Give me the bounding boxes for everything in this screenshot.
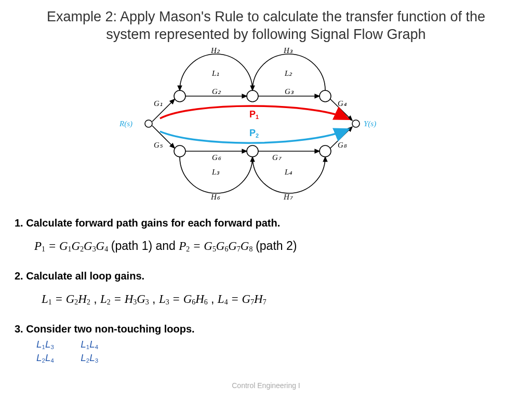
step-3-heading: 3. Consider two non-touching loops.: [15, 323, 517, 335]
lbl-h2: H₂: [210, 46, 220, 55]
input-label: R(s): [119, 119, 132, 128]
lbl-l1: L₁: [211, 69, 219, 77]
path-p2-label: P2: [249, 128, 259, 139]
step-1-heading: 1. Calculate forward path gains for each…: [15, 217, 517, 229]
nontouching-row2: L2L4 L2L3: [36, 352, 122, 364]
lbl-l4: L₄: [284, 168, 292, 176]
lbl-h3: H₃: [283, 46, 293, 55]
lbl-l3: L₃: [211, 168, 220, 176]
svg-point-1: [352, 120, 360, 127]
svg-text:G₄: G₄: [338, 99, 347, 108]
svg-text:G₁: G₁: [154, 99, 163, 108]
step-2-heading: 2. Calculate all loop gains.: [15, 270, 517, 282]
svg-point-5: [174, 145, 185, 157]
svg-point-2: [174, 90, 185, 102]
svg-text:G₂: G₂: [212, 87, 221, 96]
svg-point-6: [247, 145, 258, 157]
step-1-equation: P1 = G1G2G3G4 (path 1) and P2 = G5G6G7G8…: [31, 238, 300, 255]
slide-footer: Control Engineering I: [0, 381, 532, 390]
svg-text:G₆: G₆: [212, 153, 221, 162]
svg-text:G₈: G₈: [338, 141, 347, 149]
svg-point-3: [247, 90, 258, 102]
lbl-h7: H₇: [283, 193, 293, 201]
svg-point-7: [320, 145, 331, 157]
step-2-equation: L1 = G2H2 , L2 = H3G3 , L3 = G6H6 , L4 =…: [42, 292, 267, 307]
slide-title: Example 2: Apply Mason's Rule to calcula…: [0, 8, 532, 44]
nontouching-row1: L1L3 L1L4: [36, 339, 122, 350]
svg-point-0: [145, 120, 152, 127]
path-p1-label: P1: [249, 109, 259, 120]
lbl-l2: L₂: [284, 69, 292, 77]
output-label: Y(s): [364, 119, 376, 128]
svg-text:G₅: G₅: [154, 141, 163, 149]
svg-point-4: [320, 90, 331, 102]
svg-text:G₃: G₃: [285, 87, 294, 96]
svg-text:G₇: G₇: [272, 153, 282, 162]
signal-flow-graph: H₂ H₃ H₆ H₇ L₁ L₂ L₃ L₄ G₁G₂G₃G₄ G₅G₆G₇G…: [113, 46, 391, 202]
lbl-h6: H₆: [210, 193, 220, 201]
